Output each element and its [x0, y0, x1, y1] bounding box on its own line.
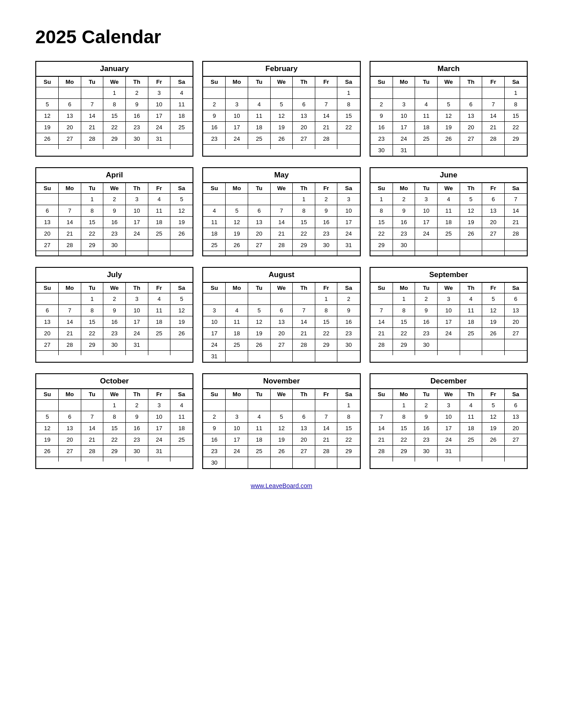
day-cell: 1 [81, 194, 103, 205]
day-header: Su [370, 283, 393, 293]
day-cell: 2 [125, 400, 148, 411]
day-cell [170, 145, 193, 150]
day-header: Su [203, 183, 226, 194]
day-cell: 5 [437, 99, 460, 110]
day-cell: 23 [203, 133, 226, 145]
day-cell: 7 [315, 99, 337, 110]
day-cell: 20 [504, 423, 527, 434]
week-row: 19202122232425 [36, 434, 193, 446]
day-cell: 9 [125, 99, 148, 110]
day-cell [226, 400, 248, 411]
week-row [36, 251, 193, 256]
day-cell: 13 [460, 110, 482, 122]
day-cell [293, 351, 315, 362]
month-january: JanuarySuMoTuWeThFrSa1234567891011121314… [35, 61, 193, 157]
week-row: 567891011 [36, 411, 193, 423]
day-cell: 24 [148, 122, 170, 133]
day-cell [370, 251, 393, 256]
day-cell: 14 [370, 423, 393, 434]
day-cell [293, 457, 315, 469]
day-cell: 18 [170, 110, 193, 122]
day-cell: 4 [203, 205, 226, 217]
day-cell [315, 400, 337, 411]
day-cell: 16 [337, 316, 360, 328]
month-table: SuMoTuWeThFrSa12345678910111213141516171… [36, 283, 193, 355]
day-cell: 1 [393, 293, 415, 305]
day-cell: 10 [203, 316, 226, 328]
week-row [370, 457, 527, 462]
day-header: Mo [226, 77, 248, 87]
week-row: 1 [203, 87, 359, 99]
day-cell [226, 351, 248, 362]
day-cell [81, 87, 103, 99]
day-header: Su [36, 283, 59, 293]
day-cell: 22 [293, 228, 315, 240]
day-cell: 5 [36, 411, 59, 423]
day-header: Mo [393, 183, 415, 194]
week-row: 2930 [370, 240, 527, 251]
day-cell [59, 87, 81, 99]
day-cell: 7 [370, 411, 393, 423]
week-row: 13141516171819 [36, 316, 193, 328]
day-header: Fr [482, 283, 505, 293]
day-cell: 11 [415, 110, 438, 122]
day-cell: 25 [203, 240, 226, 251]
week-row: 78910111213 [370, 411, 527, 423]
day-cell [226, 145, 248, 150]
day-cell: 7 [270, 205, 293, 217]
day-cell [270, 194, 293, 205]
day-cell: 8 [393, 305, 415, 316]
day-header: Th [125, 389, 148, 400]
day-header: Su [203, 77, 226, 87]
day-header: Fr [482, 183, 505, 194]
month-table: SuMoTuWeThFrSa12345678910111213141516171… [36, 183, 193, 255]
day-cell [59, 293, 81, 305]
day-cell: 19 [482, 423, 505, 434]
day-cell: 6 [248, 205, 271, 217]
day-cell [125, 251, 148, 256]
day-cell: 21 [59, 328, 81, 339]
day-cell: 18 [170, 423, 193, 434]
day-cell [370, 400, 393, 411]
day-cell [170, 339, 193, 351]
week-row: 10111213141516 [203, 316, 359, 328]
day-cell: 25 [170, 122, 193, 133]
month-table: SuMoTuWeThFrSa12345678910111213141516171… [370, 183, 527, 255]
day-header: We [103, 389, 126, 400]
day-cell: 22 [81, 228, 103, 240]
month-table: SuMoTuWeThFrSa12345678910111213141516171… [36, 77, 193, 149]
day-cell: 15 [370, 217, 393, 228]
week-row: 20212223242526 [36, 328, 193, 339]
day-cell: 7 [81, 99, 103, 110]
week-row: 28293031 [370, 446, 527, 457]
day-cell [370, 87, 393, 99]
day-cell [482, 251, 505, 256]
week-row: 12131415161718 [36, 423, 193, 434]
day-cell: 2 [203, 99, 226, 110]
day-cell: 25 [248, 446, 271, 457]
footer-link[interactable]: www.LeaveBoard.com [35, 482, 528, 489]
week-row: 13141516171819 [36, 217, 193, 228]
day-cell: 19 [170, 217, 193, 228]
day-cell: 19 [170, 316, 193, 328]
day-cell: 30 [103, 240, 126, 251]
day-cell: 11 [170, 411, 193, 423]
day-cell [415, 87, 438, 99]
week-row: 18192021222324 [203, 228, 359, 240]
month-august: AugustSuMoTuWeThFrSa12345678910111213141… [202, 267, 360, 363]
day-cell: 30 [415, 339, 438, 351]
day-cell: 14 [293, 316, 315, 328]
day-header: Tu [248, 283, 271, 293]
week-row: 2728293031 [36, 339, 193, 351]
day-header: Fr [482, 77, 505, 87]
week-row: 891011121314 [370, 205, 527, 217]
day-cell [315, 87, 337, 99]
day-cell [203, 400, 226, 411]
day-cell: 29 [81, 339, 103, 351]
day-header: Mo [59, 77, 81, 87]
day-cell [125, 240, 148, 251]
day-cell [81, 145, 103, 150]
day-cell: 5 [170, 293, 193, 305]
week-row: 12345 [36, 194, 193, 205]
day-cell: 10 [148, 411, 170, 423]
